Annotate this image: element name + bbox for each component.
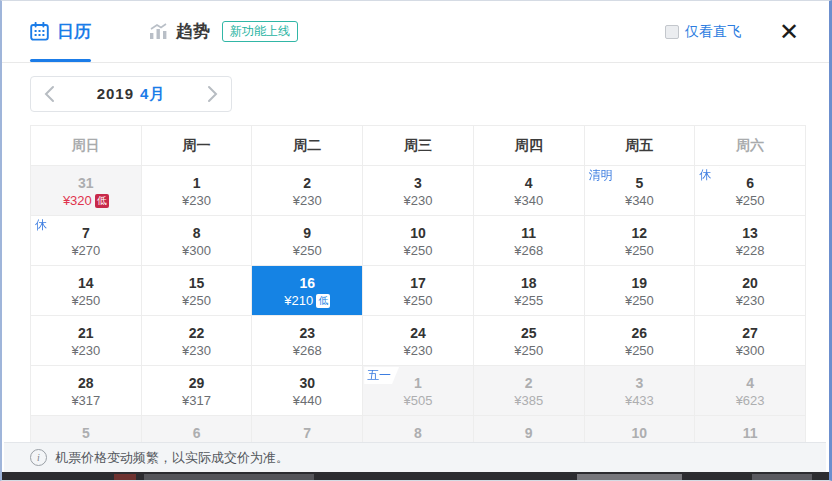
day-number: 16 [253, 275, 361, 292]
weekday-header: 周二 [252, 126, 363, 166]
day-number: 10 [586, 425, 694, 442]
price-label: ¥250 [475, 342, 583, 359]
calendar-day-cell[interactable]: 26¥250 [584, 316, 695, 366]
calendar-day-cell[interactable]: 8¥300 [141, 216, 252, 266]
calendar-day-cell[interactable]: 4¥340 [473, 166, 584, 216]
calendar-day-cell[interactable]: 9¥250 [252, 216, 363, 266]
tab-trend[interactable]: 趋势 [149, 1, 210, 62]
weekday-header: 周六 [695, 126, 806, 166]
background-page-strip [2, 472, 829, 480]
price-label: ¥250 [253, 242, 361, 259]
calendar-day-cell[interactable]: 10¥250 [363, 216, 474, 266]
calendar-day-cell[interactable]: 18¥255 [473, 266, 584, 316]
calendar-day-cell[interactable]: 17¥250 [363, 266, 474, 316]
calendar-day-cell[interactable]: 休7¥270 [31, 216, 142, 266]
weekday-header-row: 周日周一周二周三周四周五周六 [31, 126, 806, 166]
day-number: 8 [143, 225, 251, 242]
calendar-day-cell[interactable]: 五一1¥505 [363, 366, 474, 416]
day-number: 21 [32, 325, 140, 342]
next-month-button[interactable] [207, 85, 218, 103]
calendar-day-cell[interactable]: 27¥300 [695, 316, 806, 366]
price-label: ¥317 [32, 392, 140, 409]
month-navigator: 20194月 [30, 76, 232, 112]
price-label: ¥250 [32, 292, 140, 309]
day-number: 22 [143, 325, 251, 342]
calendar-day-cell[interactable]: 22¥230 [141, 316, 252, 366]
calendar-day-cell[interactable]: 11¥268 [473, 216, 584, 266]
low-price-badge: 低 [316, 294, 330, 308]
calendar-week-row: 休7¥2708¥3009¥25010¥25011¥26812¥25013¥228 [31, 216, 806, 266]
price-notice-text: 机票价格变动频繁，以实际成交价为准。 [55, 449, 289, 467]
calendar-day-cell[interactable]: 3¥433 [584, 366, 695, 416]
calendar-day-cell[interactable]: 24¥230 [363, 316, 474, 366]
day-number: 20 [696, 275, 804, 292]
price-label: ¥250 [586, 342, 694, 359]
price-label: ¥250 [586, 242, 694, 259]
calendar-day-cell[interactable]: 21¥230 [31, 316, 142, 366]
calendar-day-cell[interactable]: 2¥385 [473, 366, 584, 416]
day-number: 14 [32, 275, 140, 292]
calendar-day-cell[interactable]: 14¥250 [31, 266, 142, 316]
price-notice-bar: i 机票价格变动频繁，以实际成交价为准。 [4, 442, 826, 472]
price-label: ¥255 [475, 292, 583, 309]
day-number: 10 [364, 225, 472, 242]
calendar-week-row: 21¥23022¥23023¥26824¥23025¥25026¥25027¥3… [31, 316, 806, 366]
day-number: 12 [586, 225, 694, 242]
calendar-day-cell[interactable]: 25¥250 [473, 316, 584, 366]
calendar-day-cell[interactable]: 28¥317 [31, 366, 142, 416]
calendar-day-cell[interactable]: 19¥250 [584, 266, 695, 316]
calendar-day-cell[interactable]: 30¥440 [252, 366, 363, 416]
day-number: 8 [364, 425, 472, 442]
prev-month-button[interactable] [44, 85, 55, 103]
day-number: 3 [364, 175, 472, 192]
direct-only-toggle[interactable]: 仅看直飞 [665, 23, 741, 41]
calendar-day-cell[interactable]: 3¥230 [363, 166, 474, 216]
close-icon[interactable]: ✕ [779, 20, 799, 44]
tab-calendar[interactable]: 日历 [30, 1, 91, 62]
day-number: 13 [696, 225, 804, 242]
year-label: 2019 [97, 85, 134, 102]
day-number: 17 [364, 275, 472, 292]
price-label: ¥433 [586, 392, 694, 409]
calendar-day-cell[interactable]: 20¥230 [695, 266, 806, 316]
day-number: 7 [253, 425, 361, 442]
price-label: ¥230 [253, 192, 361, 209]
calendar-day-cell[interactable]: 29¥317 [141, 366, 252, 416]
price-label: ¥340 [475, 192, 583, 209]
day-number: 29 [143, 375, 251, 392]
calendar-day-cell[interactable]: 清明5¥340 [584, 166, 695, 216]
calendar-day-cell[interactable]: 13¥228 [695, 216, 806, 266]
calendar-day-cell[interactable]: 休6¥250 [695, 166, 806, 216]
tab-calendar-label: 日历 [57, 20, 91, 43]
header-right-group: 仅看直飞 ✕ [665, 20, 799, 44]
calendar-week-row: 31¥320低1¥2302¥2303¥2304¥340清明5¥340休6¥250 [31, 166, 806, 216]
calendar-day-cell[interactable]: 31¥320低 [31, 166, 142, 216]
direct-only-label: 仅看直飞 [685, 23, 741, 41]
day-number: 31 [32, 175, 140, 192]
calendar-day-cell[interactable]: 16¥210低 [252, 266, 363, 316]
calendar-day-cell[interactable]: 1¥230 [141, 166, 252, 216]
month-label: 4月 [140, 85, 165, 102]
price-label: ¥230 [364, 342, 472, 359]
price-label: ¥320低 [32, 192, 140, 209]
day-number: 19 [586, 275, 694, 292]
day-number: 30 [253, 375, 361, 392]
calendar-day-cell[interactable]: 2¥230 [252, 166, 363, 216]
calendar-week-row: 14¥25015¥25016¥210低17¥25018¥25519¥25020¥… [31, 266, 806, 316]
trend-chart-icon [149, 23, 168, 40]
direct-only-checkbox[interactable] [665, 25, 679, 39]
low-price-badge: 低 [95, 194, 109, 208]
day-number: 25 [475, 325, 583, 342]
calendar-day-cell[interactable]: 4¥623 [695, 366, 806, 416]
weekday-header: 周五 [584, 126, 695, 166]
price-label: ¥300 [696, 342, 804, 359]
calendar-day-cell[interactable]: 15¥250 [141, 266, 252, 316]
calendar-day-cell[interactable]: 23¥268 [252, 316, 363, 366]
day-number: 3 [586, 375, 694, 392]
calendar-day-cell[interactable]: 12¥250 [584, 216, 695, 266]
day-number: 6 [143, 425, 251, 442]
price-label: ¥623 [696, 392, 804, 409]
price-label: ¥210低 [253, 292, 361, 309]
price-label: ¥340 [586, 192, 694, 209]
price-label: ¥300 [143, 242, 251, 259]
